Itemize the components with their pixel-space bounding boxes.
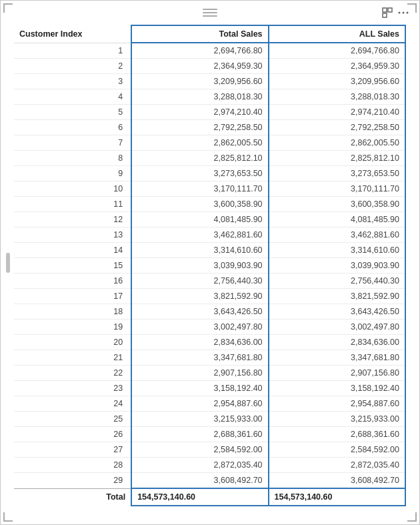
cell-total-sales: 3,002,497.80 [131, 320, 268, 335]
cell-all-sales: 2,872,035.40 [269, 458, 405, 473]
cell-customer-index: 23 [14, 381, 131, 396]
cell-customer-index: 11 [14, 197, 131, 212]
cell-total-sales: 2,872,035.40 [131, 458, 268, 473]
cell-customer-index: 26 [14, 427, 131, 442]
table-row: 233,158,192.403,158,192.40 [14, 381, 405, 396]
cell-total-sales: 3,039,903.90 [131, 258, 268, 274]
cell-customer-index: 1 [14, 43, 131, 59]
cell-total-sales: 3,314,610.60 [131, 243, 268, 258]
cell-all-sales: 3,288,018.30 [269, 89, 405, 105]
cell-total-sales: 3,821,592.90 [131, 289, 268, 304]
table-footer-row: Total 154,573,140.60 154,573,140.60 [14, 488, 405, 506]
cell-all-sales: 3,170,111.70 [269, 181, 405, 197]
cell-total-sales: 2,688,361.60 [131, 427, 268, 442]
cell-total-sales: 2,694,766.80 [131, 43, 268, 59]
table-header-row: Customer Index Total Sales ALL Sales [14, 25, 405, 43]
svg-point-3 [399, 12, 401, 14]
cell-total-sales: 3,462,881.60 [131, 227, 268, 243]
table-row: 202,834,636.002,834,636.00 [14, 335, 405, 350]
table-row: 153,039,903.903,039,903.90 [14, 258, 405, 274]
cell-customer-index: 8 [14, 151, 131, 166]
table-scroll[interactable]: Customer Index Total Sales ALL Sales 12,… [14, 25, 406, 518]
cell-all-sales: 3,215,933.00 [269, 412, 405, 427]
cell-total-sales: 3,273,653.50 [131, 166, 268, 181]
cell-customer-index: 21 [14, 350, 131, 366]
cell-total-sales: 3,347,681.80 [131, 350, 268, 366]
table-row: 213,347,681.803,347,681.80 [14, 350, 405, 366]
cell-all-sales: 3,039,903.90 [269, 258, 405, 274]
cell-total-sales: 4,081,485.90 [131, 212, 268, 227]
table-row: 253,215,933.003,215,933.00 [14, 412, 405, 427]
cell-customer-index: 3 [14, 74, 131, 89]
cell-total-sales: 2,974,210.40 [131, 105, 268, 120]
widget-container: Customer Index Total Sales ALL Sales 12,… [0, 0, 420, 525]
corner-bl [3, 512, 13, 522]
cell-all-sales: 2,688,361.60 [269, 427, 405, 442]
cell-customer-index: 25 [14, 412, 131, 427]
cell-total-sales: 2,862,005.50 [131, 135, 268, 151]
svg-rect-0 [383, 8, 387, 12]
table-row: 82,825,812.102,825,812.10 [14, 151, 405, 166]
data-table: Customer Index Total Sales ALL Sales 12,… [14, 25, 406, 506]
table-row: 222,907,156.802,907,156.80 [14, 366, 405, 381]
svg-rect-2 [383, 13, 387, 17]
table-row: 12,694,766.802,694,766.80 [14, 43, 405, 59]
cell-all-sales: 2,584,592.00 [269, 442, 405, 458]
cell-all-sales: 3,821,592.90 [269, 289, 405, 304]
cell-customer-index: 2 [14, 59, 131, 74]
cell-total-sales: 3,170,111.70 [131, 181, 268, 197]
cell-customer-index: 6 [14, 120, 131, 135]
cell-customer-index: 13 [14, 227, 131, 243]
table-row: 133,462,881.603,462,881.60 [14, 227, 405, 243]
cell-all-sales: 3,462,881.60 [269, 227, 405, 243]
cell-all-sales: 2,694,766.80 [269, 43, 405, 59]
cell-all-sales: 3,273,653.50 [269, 166, 405, 181]
cell-all-sales: 2,825,812.10 [269, 151, 405, 166]
cell-customer-index: 4 [14, 89, 131, 105]
cell-all-sales: 3,608,492.70 [269, 473, 405, 489]
cell-all-sales: 3,002,497.80 [269, 320, 405, 335]
table-row: 183,643,426.503,643,426.50 [14, 304, 405, 320]
cell-customer-index: 9 [14, 166, 131, 181]
cell-customer-index: 29 [14, 473, 131, 489]
cell-total-sales: 2,756,440.30 [131, 274, 268, 289]
cell-total-sales: 2,584,592.00 [131, 442, 268, 458]
table-row: 173,821,592.903,821,592.90 [14, 289, 405, 304]
table-row: 242,954,887.602,954,887.60 [14, 396, 405, 412]
cell-customer-index: 18 [14, 304, 131, 320]
drag-handle[interactable] [203, 9, 217, 17]
cell-customer-index: 20 [14, 335, 131, 350]
cell-total-sales: 3,158,192.40 [131, 381, 268, 396]
cell-all-sales: 2,756,440.30 [269, 274, 405, 289]
cell-total-sales: 2,792,258.50 [131, 120, 268, 135]
cell-total-sales: 2,825,812.10 [131, 151, 268, 166]
table-row: 33,209,956.603,209,956.60 [14, 74, 405, 89]
cell-total-sales: 2,364,959.30 [131, 59, 268, 74]
table-row: 272,584,592.002,584,592.00 [14, 442, 405, 458]
cell-all-sales: 2,364,959.30 [269, 59, 405, 74]
expand-icon[interactable] [382, 7, 393, 18]
table-wrapper: Customer Index Total Sales ALL Sales 12,… [1, 25, 419, 524]
col-all-sales: ALL Sales [269, 25, 405, 43]
footer-all-sales: 154,573,140.60 [269, 488, 405, 506]
table-row: 282,872,035.402,872,035.40 [14, 458, 405, 473]
cell-total-sales: 3,215,933.00 [131, 412, 268, 427]
cell-all-sales: 2,907,156.80 [269, 366, 405, 381]
cell-all-sales: 2,792,258.50 [269, 120, 405, 135]
cell-customer-index: 22 [14, 366, 131, 381]
table-row: 72,862,005.502,862,005.50 [14, 135, 405, 151]
table-row: 193,002,497.803,002,497.80 [14, 320, 405, 335]
cell-customer-index: 28 [14, 458, 131, 473]
cell-customer-index: 5 [14, 105, 131, 120]
cell-total-sales: 3,600,358.90 [131, 197, 268, 212]
cell-total-sales: 2,907,156.80 [131, 366, 268, 381]
cell-customer-index: 12 [14, 212, 131, 227]
table-row: 62,792,258.502,792,258.50 [14, 120, 405, 135]
cell-total-sales: 2,954,887.60 [131, 396, 268, 412]
table-row: 143,314,610.603,314,610.60 [14, 243, 405, 258]
cell-customer-index: 19 [14, 320, 131, 335]
cell-all-sales: 3,209,956.60 [269, 74, 405, 89]
footer-total-sales: 154,573,140.60 [131, 488, 268, 506]
cell-all-sales: 3,643,426.50 [269, 304, 405, 320]
more-icon[interactable] [398, 7, 409, 18]
